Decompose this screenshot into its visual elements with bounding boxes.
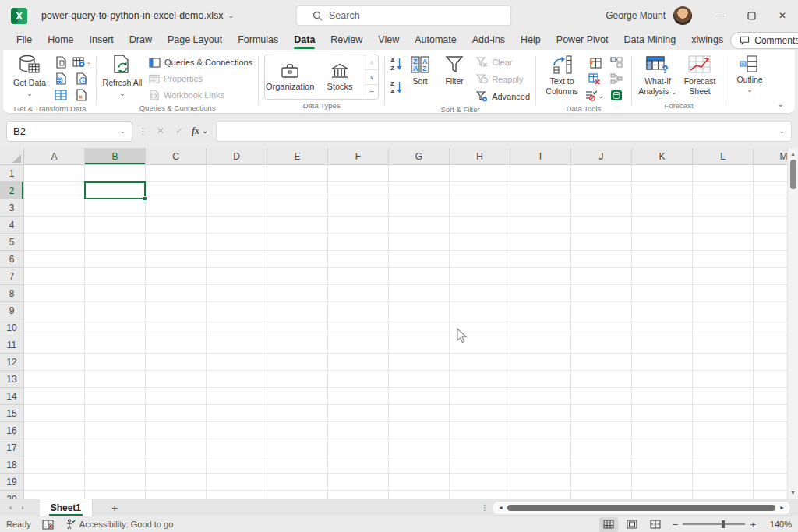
enter-button[interactable]: ✓	[171, 125, 187, 136]
menu-tab-home[interactable]: Home	[41, 32, 80, 49]
forecast-sheet-button[interactable]: Forecast Sheet	[680, 53, 720, 96]
selected-cell-b2[interactable]	[84, 181, 146, 199]
row-header-14[interactable]: 14	[0, 388, 23, 405]
horizontal-scroll-thumb[interactable]	[507, 505, 775, 511]
text-to-columns-button[interactable]: Text to Columns	[542, 53, 582, 96]
consolidate-button[interactable]	[607, 55, 626, 70]
row-header-6[interactable]: 6	[0, 251, 23, 268]
menu-tab-formulas[interactable]: Formulas	[231, 32, 285, 49]
collapse-ribbon-button[interactable]: ⌄	[778, 100, 784, 108]
menu-tab-automate[interactable]: Automate	[408, 32, 464, 49]
row-header-11[interactable]: 11	[0, 336, 23, 354]
reapply-filter-button[interactable]: Reapply	[476, 72, 530, 86]
row-header-9[interactable]: 9	[0, 302, 23, 319]
outline-button[interactable]: Outline ⌄	[732, 53, 768, 93]
row-header-15[interactable]: 15	[0, 405, 23, 422]
sort-button[interactable]: ZAAZ Sort	[404, 53, 436, 86]
properties-button[interactable]: Properties	[149, 72, 252, 86]
column-header-F[interactable]: F	[328, 148, 389, 164]
from-table-range-button[interactable]	[51, 87, 70, 103]
get-data-button[interactable]: Get Data ⌄	[9, 53, 50, 97]
relationships-button[interactable]	[607, 71, 626, 86]
row-header-18[interactable]: 18	[0, 456, 23, 474]
menu-tab-add-ins[interactable]: Add-ins	[465, 32, 512, 49]
row-header-19[interactable]: 19	[0, 474, 23, 491]
excel-app-icon[interactable]: X	[11, 8, 27, 24]
from-web-button[interactable]	[51, 71, 70, 86]
accessibility-status[interactable]: Accessibility: Good to go	[65, 519, 173, 530]
row-header-17[interactable]: 17	[0, 439, 23, 456]
zoom-slider-handle[interactable]	[722, 520, 725, 528]
row-header-20[interactable]: 20	[0, 491, 23, 499]
row-header-13[interactable]: 13	[0, 371, 23, 388]
insert-function-button[interactable]: fx⌄	[190, 125, 210, 137]
zoom-slider[interactable]: − +	[673, 519, 756, 530]
cells-area[interactable]	[24, 165, 787, 499]
column-header-K[interactable]: K	[632, 148, 693, 164]
zoom-in-button[interactable]: +	[750, 519, 756, 530]
fill-handle[interactable]	[143, 196, 147, 201]
data-validation-button[interactable]: ⌄	[584, 87, 606, 103]
row-header-1[interactable]: 1	[0, 165, 23, 182]
comments-button[interactable]: Comments	[730, 32, 798, 49]
existing-connections-button[interactable]	[72, 87, 90, 103]
sheet-nav-prev-icon[interactable]: ‹	[0, 503, 21, 512]
avatar[interactable]	[673, 6, 692, 25]
clear-filter-button[interactable]: Clear	[476, 55, 530, 69]
scroll-down-icon[interactable]: ▼	[790, 487, 796, 499]
horizontal-scrollbar[interactable]: ◄ ►	[493, 502, 790, 514]
maximize-button[interactable]	[736, 0, 767, 31]
remove-duplicates-button[interactable]	[584, 71, 606, 86]
column-header-H[interactable]: H	[450, 148, 510, 164]
menu-tab-insert[interactable]: Insert	[83, 32, 121, 49]
from-text-csv-button[interactable]	[51, 55, 70, 70]
zoom-slider-track[interactable]	[683, 523, 745, 525]
column-header-D[interactable]: D	[207, 148, 267, 164]
advanced-filter-button[interactable]: Advanced	[476, 90, 530, 104]
scroll-left-icon[interactable]: ◄	[496, 505, 506, 510]
row-header-4[interactable]: 4	[0, 217, 23, 234]
filter-button[interactable]: Filter	[437, 53, 471, 86]
vertical-scrollbar[interactable]: ▲ ▼	[787, 148, 798, 499]
column-header-B[interactable]: B	[85, 148, 146, 164]
row-header-3[interactable]: 3	[0, 199, 23, 217]
refresh-all-button[interactable]: Refresh All ⌄	[102, 53, 143, 97]
column-header-C[interactable]: C	[146, 148, 207, 164]
row-header-10[interactable]: 10	[0, 319, 23, 336]
organization-data-type[interactable]: Organization	[265, 55, 315, 99]
recent-sources-button[interactable]	[72, 71, 90, 86]
stocks-data-type[interactable]: Stocks	[315, 55, 365, 99]
column-header-E[interactable]: E	[267, 148, 328, 164]
name-box[interactable]: B2 ⌄	[6, 121, 132, 142]
row-header-7[interactable]: 7	[0, 268, 23, 285]
minimize-button[interactable]: ─	[704, 0, 736, 31]
search-input[interactable]: Search	[296, 5, 511, 26]
formula-input[interactable]: ⌄	[216, 121, 792, 142]
sort-ascending-button[interactable]: AZ	[390, 55, 403, 72]
from-picture-button[interactable]: ⌄	[72, 55, 90, 70]
manage-data-model-button[interactable]	[607, 87, 626, 103]
view-page-break-button[interactable]	[646, 517, 665, 532]
row-header-5[interactable]: 5	[0, 234, 23, 251]
view-page-layout-button[interactable]	[623, 517, 641, 532]
gallery-more-icon[interactable]: ≂	[365, 84, 378, 99]
document-title[interactable]: power-query-to-python-in-excel-demo.xlsx…	[41, 10, 234, 21]
user-name[interactable]: George Mount	[606, 10, 666, 21]
zoom-out-button[interactable]: −	[673, 519, 679, 530]
new-sheet-button[interactable]: +	[93, 502, 136, 514]
workbook-links-button[interactable]: Workbook Links	[149, 88, 252, 102]
formula-bar-grip[interactable]: ⋮	[136, 126, 150, 136]
menu-tab-review[interactable]: Review	[323, 32, 369, 49]
row-header-2[interactable]: 2	[0, 182, 23, 199]
scrollbar-grip[interactable]: ⋮	[476, 503, 493, 512]
view-normal-button[interactable]	[599, 517, 618, 532]
column-header-M[interactable]: M	[754, 148, 787, 164]
close-button[interactable]: ✕	[767, 0, 798, 31]
scroll-right-icon[interactable]: ►	[777, 505, 787, 510]
column-header-A[interactable]: A	[24, 148, 85, 164]
menu-tab-draw[interactable]: Draw	[122, 32, 159, 49]
row-header-12[interactable]: 12	[0, 354, 23, 371]
worksheet-grid[interactable]: ABCDEFGHIJKLM 12345678910111213141516171…	[0, 148, 798, 499]
vertical-scroll-thumb[interactable]	[790, 160, 796, 189]
gallery-up-icon[interactable]: ∧	[365, 55, 378, 69]
